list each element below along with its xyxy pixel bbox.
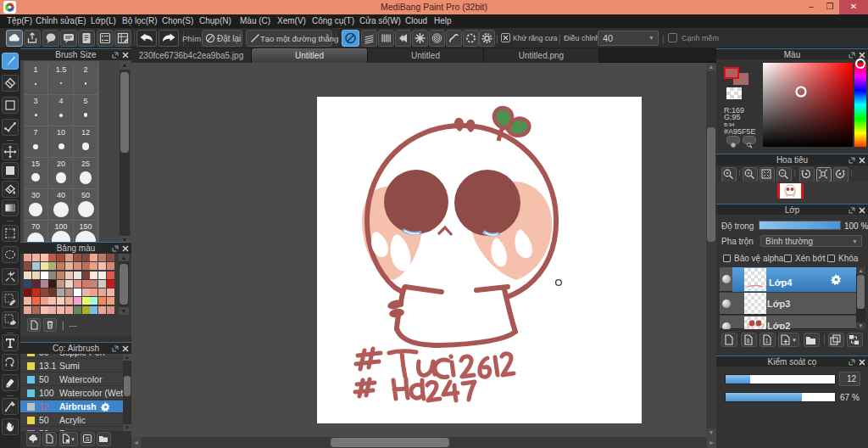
svg-text:8: 8 bbox=[747, 338, 750, 344]
svg-text:S: S bbox=[86, 436, 90, 442]
svg-text:1: 1 bbox=[765, 338, 769, 344]
